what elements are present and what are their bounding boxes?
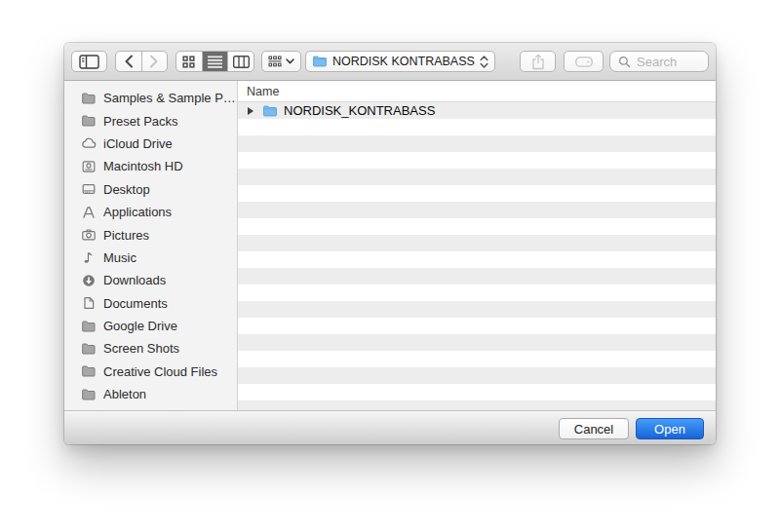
sidebar-item-desktop[interactable]: Desktop [64, 178, 237, 201]
sidebar-item-label: Desktop [103, 182, 150, 197]
chevron-left-icon [124, 55, 134, 68]
sidebar-item-label: Preset Packs [103, 114, 178, 129]
cloud-icon [81, 135, 97, 151]
sidebar-item-screen-shots[interactable]: Screen Shots [64, 337, 237, 360]
magnifier-icon [618, 56, 631, 68]
dialog-footer: Cancel Open [64, 410, 716, 444]
file-row-empty [238, 351, 716, 367]
location-dropdown-label: NORDISK KONTRABASS [332, 55, 475, 68]
file-row-empty [238, 301, 716, 318]
tag-icon [575, 57, 593, 67]
sidebar-item-label: Screen Shots [103, 341, 179, 356]
file-row-empty [238, 169, 716, 185]
sidebar-item-pictures[interactable]: Pictures [64, 223, 237, 246]
column-view-button[interactable] [227, 52, 254, 71]
navigation-segmented-control [115, 51, 168, 72]
sidebar-item-music[interactable]: Music [64, 247, 237, 269]
file-row-empty [238, 218, 716, 235]
icon-view-button[interactable] [176, 52, 202, 71]
share-button[interactable] [520, 51, 556, 72]
folder-icon [81, 91, 97, 106]
sidebar-item-samples-sample-p[interactable]: Samples & Sample P… [64, 87, 237, 109]
toolbar: NORDISK KONTRABASS [64, 43, 716, 81]
column-view-icon [233, 56, 250, 68]
open-file-dialog: NORDISK KONTRABASS Samples & Sample P…Pr… [64, 43, 716, 444]
chevron-down-icon [286, 58, 294, 64]
music-icon [81, 249, 97, 265]
sidebar-item-downloads[interactable]: Downloads [64, 269, 237, 291]
file-row-empty [238, 367, 716, 384]
sidebar-item-label: Pictures [103, 228, 149, 243]
updown-chevrons-icon [480, 56, 488, 68]
file-row-empty [238, 185, 716, 202]
search-input[interactable] [635, 54, 707, 70]
arrange-menu-button[interactable] [261, 51, 301, 72]
folder-icon [81, 319, 97, 334]
file-row-empty [238, 334, 716, 351]
chevron-right-icon [149, 55, 159, 68]
column-header-label: Name [247, 85, 279, 98]
dialog-content: Samples & Sample P…Preset PacksiCloud Dr… [64, 81, 716, 410]
sidebar-item-applications[interactable]: Applications [64, 201, 237, 223]
open-button[interactable]: Open [636, 418, 704, 439]
sidebar-item-label: Samples & Sample P… [103, 91, 236, 105]
forward-button[interactable] [141, 52, 168, 71]
file-row-empty [238, 251, 716, 268]
sidebar: Samples & Sample P…Preset PacksiCloud Dr… [64, 81, 238, 410]
folder-icon [312, 54, 328, 69]
applications-icon [81, 205, 97, 220]
file-row-empty [238, 384, 716, 400]
folder-blue-icon [262, 103, 278, 119]
grid-view-icon [182, 56, 195, 68]
column-header-name[interactable]: Name [238, 81, 716, 102]
tag-button[interactable] [564, 51, 604, 72]
folder-icon [81, 341, 97, 357]
documents-icon [81, 295, 97, 311]
list-view-icon [208, 56, 222, 68]
file-list: NORDISK_KONTRABASS [238, 102, 716, 410]
file-row-empty [238, 400, 716, 410]
sidebar-item-label: Google Drive [103, 319, 177, 333]
sidebar-item-macintosh-hd[interactable]: Macintosh HD [64, 155, 237, 177]
sidebar-item-label: Applications [103, 205, 172, 219]
sidebar-item-creative-cloud-files[interactable]: Creative Cloud Files [64, 361, 237, 383]
view-mode-segmented-control [176, 51, 254, 72]
sidebar-item-label: Macintosh HD [103, 159, 183, 173]
sidebar-item-label: Downloads [103, 273, 166, 287]
sidebar-item-label: Music [103, 250, 136, 265]
share-icon [531, 54, 545, 70]
sidebar-item-label: Ableton [103, 387, 146, 401]
sidebar-item-documents[interactable]: Documents [64, 292, 237, 315]
pictures-icon [81, 227, 97, 243]
file-row-empty [238, 202, 716, 218]
list-view-button[interactable] [202, 52, 228, 71]
sidebar-item-google-drive[interactable]: Google Drive [64, 315, 237, 337]
file-name: NORDISK_KONTRABASS [284, 103, 435, 118]
arrange-grid-icon [268, 56, 282, 67]
downloads-icon [81, 273, 97, 288]
file-row-empty [238, 285, 716, 301]
sidebar-item-icloud-drive[interactable]: iCloud Drive [64, 133, 237, 155]
folder-icon [81, 113, 97, 129]
file-row-empty [238, 152, 716, 169]
sidebar-panel-icon [79, 55, 99, 69]
file-row-empty [238, 235, 716, 251]
folder-icon [81, 363, 97, 379]
sidebar-item-ableton[interactable]: Ableton [64, 383, 237, 405]
sidebar-toggle-button[interactable] [71, 51, 107, 72]
sidebar-item-label: Documents [103, 296, 168, 311]
disclosure-triangle-icon[interactable] [248, 107, 254, 115]
file-row-empty [238, 268, 716, 285]
search-field[interactable] [609, 51, 709, 72]
back-button[interactable] [116, 52, 141, 71]
sidebar-item-label: Creative Cloud Files [103, 364, 217, 379]
sidebar-item-label: iCloud Drive [103, 136, 173, 151]
sidebar-item-preset-packs[interactable]: Preset Packs [64, 109, 237, 132]
file-row-nordisk-kontrabass[interactable]: NORDISK_KONTRABASS [238, 102, 716, 119]
hdd-icon [81, 159, 97, 174]
cancel-button[interactable]: Cancel [559, 418, 629, 439]
desktop-icon [81, 181, 97, 197]
location-dropdown[interactable]: NORDISK KONTRABASS [305, 51, 495, 72]
file-row-empty [238, 135, 716, 152]
folder-icon [81, 387, 97, 402]
